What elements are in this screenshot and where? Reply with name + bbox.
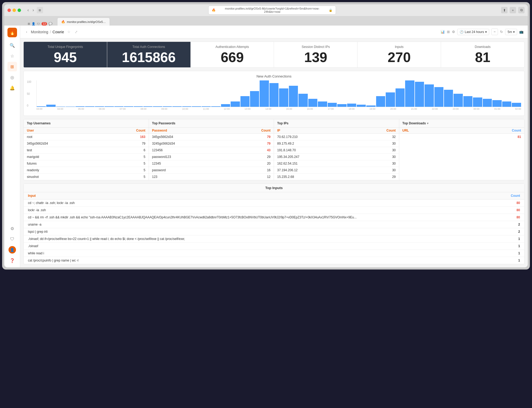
- chart-bar-30[interactable]: [328, 103, 337, 107]
- chart-bar-34[interactable]: [366, 105, 375, 107]
- chart-bar-1[interactable]: [46, 105, 55, 107]
- chart-bar-21[interactable]: [240, 96, 250, 107]
- url-bar[interactable]: 🔥 monitor.prafiles.in/d/grOSx5-Mz/cowrie…: [208, 6, 336, 15]
- chart-bar-38[interactable]: [405, 80, 414, 107]
- chart-bar-23[interactable]: [260, 80, 269, 107]
- cell-count: 5: [144, 155, 146, 159]
- chart-bar-10[interactable]: [134, 106, 143, 107]
- table-row: password123 29: [149, 154, 274, 160]
- chart-bar-13[interactable]: [163, 106, 172, 107]
- stat-label-2: Authentication Attempts: [195, 45, 270, 49]
- chart-bar-14[interactable]: [172, 106, 181, 107]
- chart-bar-46[interactable]: [483, 99, 492, 107]
- chart-bar-12[interactable]: [153, 106, 162, 107]
- breadcrumb: Monitoring / Cowrie: [31, 30, 64, 34]
- panel-icon[interactable]: ⊞: [447, 30, 450, 34]
- active-tab[interactable]: 🔥 monitor.prafiles.in/d/grOSx5…: [57, 18, 110, 26]
- sidebar-item-alerts[interactable]: 🔔: [7, 83, 17, 93]
- mac-minimize-btn[interactable]: [13, 9, 16, 12]
- share-btn[interactable]: ⬆: [501, 7, 508, 13]
- chart-bar-31[interactable]: [337, 104, 346, 107]
- chart-bar-33[interactable]: [357, 105, 366, 107]
- chart-bar-40[interactable]: [425, 84, 434, 107]
- chart-bar-18[interactable]: [211, 106, 220, 107]
- chart-bar-47[interactable]: [492, 100, 501, 107]
- chart-bar-22[interactable]: [250, 91, 259, 107]
- new-tab-btn[interactable]: +: [510, 7, 516, 13]
- chart-bar-3[interactable]: [66, 107, 75, 107]
- x-label-22: 01:00: [494, 108, 500, 110]
- lock-icon: 🔒: [329, 9, 332, 12]
- zoom-out-btn[interactable]: −: [491, 28, 498, 35]
- chart-bar-2[interactable]: [56, 107, 65, 107]
- chart-bar-19[interactable]: [221, 104, 230, 107]
- table-row: marigold 5: [24, 154, 149, 160]
- x-label-3: 06:00: [99, 108, 105, 110]
- forward-btn[interactable]: ›: [31, 7, 35, 13]
- stat-card-0: Total Unique Fingerprints 945: [24, 42, 107, 67]
- sidebar-item-help[interactable]: ❓: [7, 256, 17, 265]
- sidebar: 🔥 🔍 ☆ ⊞ ◎ 🔔 ⚙ 🛡 👤 ❓: [4, 26, 20, 267]
- stat-card-3: Session Distinct IPs 139: [274, 42, 358, 67]
- chart-bar-43[interactable]: [454, 94, 463, 107]
- chart-bar-24[interactable]: [269, 83, 279, 107]
- cell-name: marigold: [27, 155, 39, 159]
- star-icon[interactable]: ☆: [66, 30, 72, 34]
- sidebar-item-user[interactable]: 👤: [7, 245, 17, 255]
- chart-bar-41[interactable]: [434, 87, 443, 107]
- mac-close-btn[interactable]: [7, 9, 11, 12]
- chart-type-icon[interactable]: 📊: [440, 30, 445, 34]
- chart-bar-16[interactable]: [192, 106, 201, 107]
- sidebar-item-dashboard[interactable]: ⊞: [7, 62, 17, 71]
- mac-maximize-btn[interactable]: [18, 9, 21, 12]
- refresh-interval[interactable]: 5m ▾: [505, 29, 517, 35]
- chart-bar-49[interactable]: [512, 103, 521, 107]
- tabs-btn[interactable]: ⧉: [518, 7, 525, 13]
- back-btn[interactable]: ‹: [26, 7, 30, 13]
- cell-name: futures: [27, 162, 37, 165]
- chart-bar-6[interactable]: [95, 106, 104, 107]
- chart-bar-32[interactable]: [347, 104, 356, 107]
- chart-bar-9[interactable]: [124, 106, 133, 107]
- sidebar-toggle[interactable]: ⊞: [37, 7, 43, 13]
- y-label-0: 0: [27, 104, 31, 107]
- sidebar-item-shield[interactable]: 🛡: [7, 234, 17, 244]
- table-header: URL Count: [399, 128, 525, 134]
- chart-bar-48[interactable]: [502, 101, 511, 107]
- chart-bar-28[interactable]: [308, 99, 317, 107]
- chart-bar-11[interactable]: [143, 106, 152, 107]
- sidebar-item-search[interactable]: 🔍: [7, 40, 17, 50]
- chart-bar-0[interactable]: [37, 106, 46, 107]
- chart-bar-7[interactable]: [105, 106, 114, 107]
- chart-bar-44[interactable]: [463, 96, 472, 107]
- chart-bar-15[interactable]: [182, 106, 191, 107]
- chart-bar-29[interactable]: [318, 101, 327, 107]
- chart-bar-35[interactable]: [376, 96, 385, 107]
- x-label-20: 23:00: [453, 108, 459, 110]
- chart-bar-17[interactable]: [202, 106, 211, 107]
- input-text: cd ~; chattr -ia .ssh; lockr -ia .ssh: [28, 201, 517, 205]
- settings-icon[interactable]: ⚙: [452, 30, 455, 34]
- chart-bar-45[interactable]: [473, 97, 482, 107]
- chart-bar-42[interactable]: [444, 90, 453, 107]
- sidebar-collapse[interactable]: ›: [24, 30, 29, 34]
- share-icon[interactable]: ⤤: [74, 30, 79, 34]
- table-row: futures 5: [24, 160, 149, 167]
- chart-bar-37[interactable]: [396, 88, 405, 107]
- tv-mode-btn[interactable]: 📺: [519, 30, 523, 34]
- chart-bar-8[interactable]: [114, 106, 123, 107]
- chart-bar-39[interactable]: [415, 82, 424, 107]
- time-range-picker[interactable]: 🕐 Last 24 hours ▾: [457, 29, 489, 35]
- refresh-icon[interactable]: ↻: [500, 30, 503, 34]
- sidebar-item-star[interactable]: ☆: [7, 51, 17, 61]
- chart-bar-5[interactable]: [85, 106, 94, 107]
- chart-bar-4[interactable]: [76, 106, 85, 107]
- chart-bar-25[interactable]: [279, 88, 288, 107]
- table-row: readonly 5: [24, 167, 149, 174]
- chart-bar-27[interactable]: [298, 94, 307, 107]
- sidebar-item-explore[interactable]: ◎: [7, 72, 17, 82]
- chart-bar-36[interactable]: [386, 92, 395, 107]
- sidebar-item-settings[interactable]: ⚙: [7, 224, 17, 233]
- chart-bar-26[interactable]: [289, 86, 298, 107]
- chart-bar-20[interactable]: [231, 101, 240, 107]
